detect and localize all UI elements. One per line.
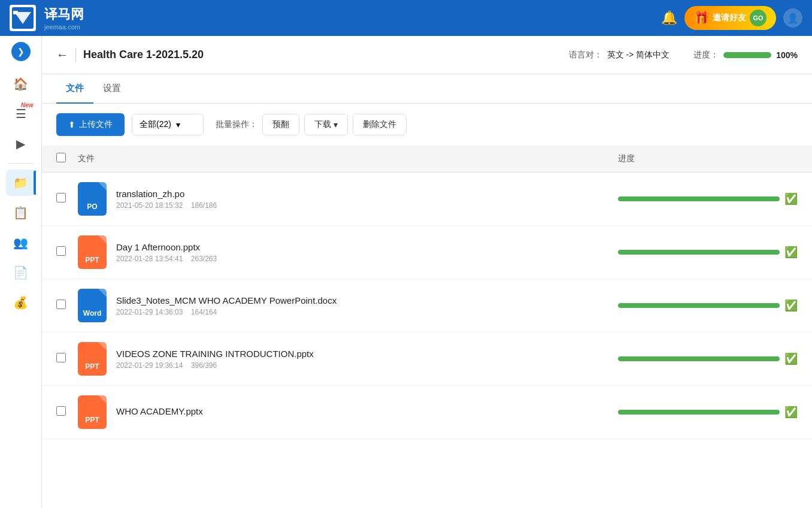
file-done-icon-1: ✅ xyxy=(784,192,798,205)
file-name-3: Slide3_Notes_MCM WHO ACADEMY PowerPoint.… xyxy=(116,295,618,306)
logo-text: 译马网 xyxy=(44,5,84,23)
file-progress-5: ✅ xyxy=(618,406,798,419)
logo-area: 译马网 jeemaa.com xyxy=(10,5,84,31)
invite-go-button[interactable]: GO xyxy=(750,10,766,26)
upload-label: 上传文件 xyxy=(79,119,113,130)
back-button[interactable]: ← xyxy=(56,48,68,62)
file-name-5: WHO ACADEMY.pptx xyxy=(116,406,618,416)
sidebar-item-list[interactable]: ☰ New xyxy=(6,101,36,127)
preview-button[interactable]: 预翻 xyxy=(262,114,299,135)
row-checkbox-4[interactable] xyxy=(56,353,66,362)
table-row: PPT WHO ACADEMY.pptx ✅ xyxy=(42,386,812,439)
user-icon[interactable]: 👤 xyxy=(783,8,802,28)
tabs-area: 文件 设置 xyxy=(42,74,812,104)
row-checkbox-wrap-4 xyxy=(56,353,71,365)
file-type-icon-4: PPT xyxy=(78,342,107,376)
file-date-1: 2021-05-20 18:15:32 xyxy=(116,201,183,210)
file-progress-4: ✅ xyxy=(618,352,798,365)
row-checkbox-wrap-5 xyxy=(56,406,71,418)
folder-icon: 📁 xyxy=(13,176,28,190)
upload-button[interactable]: ⬆ 上传文件 xyxy=(56,113,125,136)
file-type-icon-1: PO xyxy=(78,182,107,216)
file-type-icon-3: Word xyxy=(78,289,107,322)
row-checkbox-2[interactable] xyxy=(56,246,66,256)
table-row: Word Slide3_Notes_MCM WHO ACADEMY PowerP… xyxy=(42,279,812,332)
file-count-3: 164/164 xyxy=(191,308,217,316)
file-list-header: 文件 进度 xyxy=(42,146,812,173)
file-progress-fill-3 xyxy=(618,303,780,308)
logo-sub: jeemaa.com xyxy=(44,23,84,31)
file-count-4: 396/396 xyxy=(191,361,217,370)
team-icon: 👥 xyxy=(13,235,28,250)
file-progress-2: ✅ xyxy=(618,246,798,259)
file-info-4: VIDEOS ZONE TRAINING INTRODUCTION.pptx 2… xyxy=(116,349,618,370)
row-checkbox-1[interactable] xyxy=(56,193,66,202)
invite-banner[interactable]: 🎁 邀请好友 GO xyxy=(684,6,776,30)
bell-icon[interactable]: 🔔 xyxy=(661,10,677,26)
lang-label: 语言对： xyxy=(569,50,602,61)
filter-label: 全部(22) xyxy=(140,119,171,130)
file-done-icon-3: ✅ xyxy=(784,299,798,312)
table-row: PO translation_zh.po 2021-05-20 18:15:32… xyxy=(42,173,812,226)
row-checkbox-wrap-1 xyxy=(56,193,71,205)
file-type-label-2: PPT xyxy=(85,256,99,264)
svg-rect-2 xyxy=(13,11,18,14)
tab-settings[interactable]: 设置 xyxy=(93,74,131,104)
file-type-icon-2: PPT xyxy=(78,235,107,269)
file-info-2: Day 1 Afternoon.pptx 2022-01-28 13:54:41… xyxy=(116,242,618,263)
sidebar-item-home[interactable]: 🏠 xyxy=(6,71,36,97)
file-done-icon-4: ✅ xyxy=(784,352,798,365)
file-progress-bar-4 xyxy=(618,356,780,361)
file-name-2: Day 1 Afternoon.pptx xyxy=(116,242,618,252)
sidebar-item-orders[interactable]: 📋 xyxy=(6,199,36,226)
file-progress-1: ✅ xyxy=(618,192,798,205)
file-type-label-3: Word xyxy=(83,309,101,318)
sidebar-item-video[interactable]: ▶ xyxy=(6,131,36,157)
tab-files[interactable]: 文件 xyxy=(56,74,93,104)
list-icon: ☰ xyxy=(16,107,26,121)
sidebar-toggle[interactable]: ❯ xyxy=(11,42,31,61)
row-checkbox-3[interactable] xyxy=(56,300,66,309)
row-checkbox-5[interactable] xyxy=(56,406,66,416)
new-badge: New xyxy=(21,102,34,108)
logo-icon xyxy=(10,5,36,31)
file-icon-corner xyxy=(98,395,107,404)
wallet-icon: 💰 xyxy=(13,295,28,310)
file-progress-bar-3 xyxy=(618,303,780,308)
batch-ops: 批量操作： 预翻 下载 ▾ 删除文件 xyxy=(216,114,407,135)
filter-chevron-icon: ▾ xyxy=(176,120,180,129)
page-header: ← Health Care 1-2021.5.20 语言对： 英文 -> 简体中… xyxy=(42,36,812,74)
download-button[interactable]: 下载 ▾ xyxy=(304,114,348,135)
toolbar: ⬆ 上传文件 全部(22) ▾ 批量操作： 预翻 下载 ▾ 删除文件 xyxy=(42,104,812,146)
filter-select[interactable]: 全部(22) ▾ xyxy=(132,114,204,135)
file-header-progress: 进度 xyxy=(618,153,798,164)
delete-button[interactable]: 删除文件 xyxy=(353,114,407,135)
download-chevron-icon: ▾ xyxy=(334,120,338,129)
file-progress-fill-1 xyxy=(618,196,780,201)
file-done-icon-2: ✅ xyxy=(784,246,798,259)
table-row: PPT Day 1 Afternoon.pptx 2022-01-28 13:5… xyxy=(42,226,812,279)
header-right: 🔔 🎁 邀请好友 GO 👤 xyxy=(661,6,802,30)
sidebar-item-team[interactable]: 👥 xyxy=(6,229,36,256)
file-date-2: 2022-01-28 13:54:41 xyxy=(116,255,183,263)
sidebar-item-files[interactable]: 📁 xyxy=(6,170,36,196)
file-date-4: 2022-01-29 19:36:14 xyxy=(116,361,183,370)
row-checkbox-wrap-2 xyxy=(56,246,71,258)
orders-icon: 📋 xyxy=(13,205,28,220)
progress-pct: 100% xyxy=(776,50,798,60)
sidebar-divider xyxy=(9,163,33,164)
sidebar-item-notes[interactable]: 📄 xyxy=(6,259,36,286)
file-progress-bar-5 xyxy=(618,410,780,415)
file-meta-2: 2022-01-28 13:54:41 263/263 xyxy=(116,255,618,263)
download-label: 下载 xyxy=(314,119,331,130)
file-meta-1: 2021-05-20 18:15:32 186/186 xyxy=(116,201,618,210)
select-all-checkbox[interactable] xyxy=(56,153,66,162)
page-title: Health Care 1-2021.5.20 xyxy=(83,49,569,61)
file-icon-corner xyxy=(98,235,107,244)
file-type-label-5: PPT xyxy=(85,416,99,424)
file-done-icon-5: ✅ xyxy=(784,406,798,419)
sidebar-item-wallet[interactable]: 💰 xyxy=(6,289,36,316)
logo-text-block: 译马网 jeemaa.com xyxy=(44,5,84,31)
row-checkbox-wrap-3 xyxy=(56,300,71,312)
main-layout: ❯ 🏠 ☰ New ▶ 📁 📋 👥 📄 💰 xyxy=(0,36,812,508)
